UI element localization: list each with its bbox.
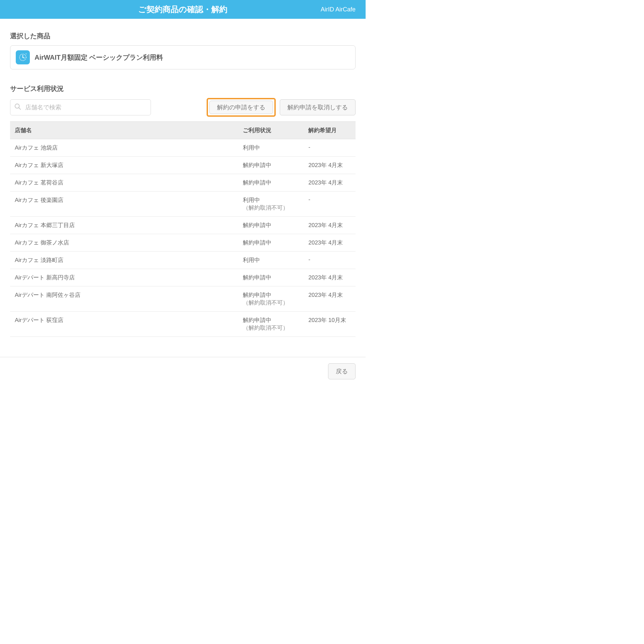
- cell-store: Airカフェ 淡路町店: [10, 252, 238, 269]
- cell-date: 2023年 4月末: [304, 286, 356, 312]
- table-row[interactable]: Airカフェ 後楽園店利用中（解約取消不可）-: [10, 192, 356, 217]
- cell-date: 2023年 4月末: [304, 217, 356, 234]
- table-row[interactable]: Airカフェ 茗荷谷店解約申請中2023年 4月末: [10, 174, 356, 192]
- svg-line-6: [19, 108, 21, 110]
- product-icon: [16, 50, 30, 64]
- table-row[interactable]: Airデパート 新高円寺店解約申請中2023年 4月末: [10, 269, 356, 286]
- search-input[interactable]: [10, 99, 151, 115]
- status-text: 解約申請中: [243, 179, 271, 186]
- search-wrapper: [10, 99, 151, 115]
- cell-status: 解約申請中: [238, 174, 304, 192]
- status-sub-text: （解約取消不可）: [243, 204, 299, 212]
- withdraw-cancel-button[interactable]: 解約申請を取消しする: [280, 99, 356, 115]
- selected-product-heading: 選択した商品: [10, 32, 356, 41]
- cell-store: Airカフェ 本郷三丁目店: [10, 217, 238, 234]
- cell-date: -: [304, 139, 356, 157]
- cell-store: Airデパート 南阿佐ヶ谷店: [10, 286, 238, 312]
- table-row[interactable]: Airデパート 荻窪店解約申請中（解約取消不可）2023年 10月末: [10, 312, 356, 337]
- table-row[interactable]: Airカフェ 新大塚店解約申請中2023年 4月末: [10, 157, 356, 174]
- product-name: AirWAIT月額固定 ベーシックプラン利用料: [35, 53, 163, 62]
- account-label: AirID AirCafe: [321, 6, 356, 13]
- cell-date: 2023年 4月末: [304, 234, 356, 252]
- main-content: 選択した商品 AirWAIT月額固定 ベーシックプラン利用料 サービス利用状況: [0, 19, 366, 343]
- request-cancel-highlight: 解約の申請をする: [207, 98, 276, 117]
- status-sub-text: （解約取消不可）: [243, 324, 299, 332]
- status-text: 解約申請中: [243, 317, 271, 323]
- cell-date: -: [304, 252, 356, 269]
- cell-status: 解約申請中（解約取消不可）: [238, 312, 304, 337]
- cell-status: 利用中: [238, 139, 304, 157]
- cell-store: Airカフェ 池袋店: [10, 139, 238, 157]
- page-title: ご契約商品の確認・解約: [138, 4, 227, 15]
- cell-date: 2023年 4月末: [304, 157, 356, 174]
- cell-store: Airカフェ 新大塚店: [10, 157, 238, 174]
- cell-store: Airデパート 新高円寺店: [10, 269, 238, 286]
- col-header-date: 解約希望月: [304, 122, 356, 139]
- cell-status: 利用中: [238, 252, 304, 269]
- status-text: 解約申請中: [243, 274, 271, 281]
- cell-status: 解約申請中（解約取消不可）: [238, 286, 304, 312]
- status-text: 解約申請中: [243, 239, 271, 246]
- service-usage-heading: サービス利用状況: [10, 84, 356, 93]
- cell-status: 解約申請中: [238, 157, 304, 174]
- cell-status: 解約申請中: [238, 269, 304, 286]
- svg-marker-4: [25, 54, 26, 55]
- svg-line-3: [23, 57, 24, 58]
- status-text: 利用中: [243, 197, 260, 203]
- cell-store: Airデパート 荻窪店: [10, 312, 238, 337]
- table-row[interactable]: Airデパート 南阿佐ヶ谷店解約申請中（解約取消不可）2023年 4月末: [10, 286, 356, 312]
- status-sub-text: （解約取消不可）: [243, 299, 299, 307]
- cell-date: -: [304, 192, 356, 217]
- status-text: 利用中: [243, 257, 260, 263]
- status-text: 解約申請中: [243, 292, 271, 298]
- cell-store: Airカフェ 御茶ノ水店: [10, 234, 238, 252]
- cell-store: Airカフェ 後楽園店: [10, 192, 238, 217]
- table-row[interactable]: Airカフェ 淡路町店利用中-: [10, 252, 356, 269]
- status-text: 解約申請中: [243, 162, 271, 168]
- cell-status: 解約申請中: [238, 217, 304, 234]
- table-row[interactable]: Airカフェ 池袋店利用中-: [10, 139, 356, 157]
- app-header: ご契約商品の確認・解約 AirID AirCafe: [0, 0, 366, 19]
- product-card: AirWAIT月額固定 ベーシックプラン利用料: [10, 45, 356, 69]
- table-header-row: 店舗名 ご利用状況 解約希望月: [10, 122, 356, 139]
- cell-status: 利用中（解約取消不可）: [238, 192, 304, 217]
- search-icon: [14, 103, 21, 112]
- cell-date: 2023年 4月末: [304, 269, 356, 286]
- cell-store: Airカフェ 茗荷谷店: [10, 174, 238, 192]
- col-header-status: ご利用状況: [238, 122, 304, 139]
- cell-date: 2023年 4月末: [304, 174, 356, 192]
- status-text: 解約申請中: [243, 222, 271, 228]
- cell-status: 解約申請中: [238, 234, 304, 252]
- airwait-icon: [18, 53, 28, 62]
- back-button[interactable]: 戻る: [328, 363, 356, 379]
- table-row[interactable]: Airカフェ 本郷三丁目店解約申請中2023年 4月末: [10, 217, 356, 234]
- footer: 戻る: [0, 357, 366, 385]
- col-header-store: 店舗名: [10, 122, 238, 139]
- actions-row: 解約の申請をする 解約申請を取消しする: [10, 98, 356, 117]
- table-row[interactable]: Airカフェ 御茶ノ水店解約申請中2023年 4月末: [10, 234, 356, 252]
- status-text: 利用中: [243, 145, 260, 151]
- request-cancel-button[interactable]: 解約の申請をする: [209, 101, 273, 114]
- cell-date: 2023年 10月末: [304, 312, 356, 337]
- store-table: 店舗名 ご利用状況 解約希望月 Airカフェ 池袋店利用中-Airカフェ 新大塚…: [10, 121, 356, 337]
